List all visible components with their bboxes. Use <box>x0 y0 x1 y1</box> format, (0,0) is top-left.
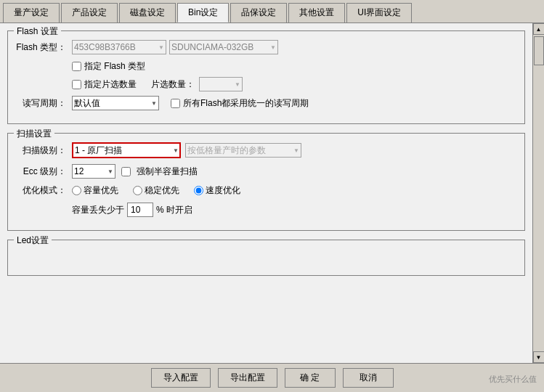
ecc-row-inner: 810121624 强制半容量扫描 <box>72 164 198 179</box>
scrollbar-up-button[interactable]: ▲ <box>533 23 545 35</box>
optimize-mode-row: 优化模式： 容量优先 稳定优先 速度优化 <box>15 184 517 197</box>
specify-flash-type-label: 指定 Flash 类型 <box>84 60 145 73</box>
specify-pieces-checkbox[interactable] <box>72 80 81 89</box>
tab-quality-settings[interactable]: 品保设定 <box>230 3 287 23</box>
ok-button[interactable]: 确 定 <box>285 368 336 388</box>
scan-level-row: 扫描级别： 1 - 原厂扫描2 - 快速扫描3 - 标准扫描4 - 完整扫描 按… <box>15 142 517 158</box>
force-half-checkbox[interactable] <box>121 167 131 176</box>
flash-type-row: Flash 类型： 453C98B3766B SDUNCIAMA-032GB <box>15 40 517 54</box>
ecc-value-wrapper: 810121624 <box>72 164 115 179</box>
read-cycle-label: 读写周期： <box>15 97 66 110</box>
capacity-loss-input[interactable] <box>127 203 153 217</box>
content-area: Flash 设置 Flash 类型： 453C98B3766B SDUNCIAM… <box>0 23 544 363</box>
force-half-label: 强制半容量扫描 <box>137 166 198 178</box>
capacity-loss-row: 容量丢失少于 % 时开启 <box>15 203 517 217</box>
read-cycle-wrapper: 默认值 <box>72 96 159 110</box>
scan-level-select[interactable]: 1 - 原厂扫描2 - 快速扫描3 - 标准扫描4 - 完整扫描 <box>72 142 181 158</box>
read-cycle-select[interactable]: 默认值 <box>72 96 159 110</box>
main-window: 量产设定 产品设定 磁盘设定 Bin设定 品保设定 其他设置 UI界面设定 Fl… <box>0 0 544 392</box>
specify-pieces-label: 指定片选数量 <box>84 78 137 91</box>
flash-id1-select[interactable]: 453C98B3766B <box>72 40 166 54</box>
flash-id1-wrapper: 453C98B3766B <box>72 40 166 54</box>
cancel-button[interactable]: 取消 <box>343 368 394 388</box>
specify-flash-type-row: 指定 Flash 类型 <box>72 60 517 73</box>
optimize-stable-item[interactable]: 稳定优先 <box>133 184 179 197</box>
pieces-count-label: 片选数量： <box>151 78 195 91</box>
flash-settings-group: Flash 设置 Flash 类型： 453C98B3766B SDUNCIAM… <box>7 30 525 124</box>
scan-settings-group: 扫描设置 扫描级别： 1 - 原厂扫描2 - 快速扫描3 - 标准扫描4 - 完… <box>7 133 525 231</box>
optimize-speed-item[interactable]: 速度优化 <box>194 184 240 197</box>
tab-other-settings[interactable]: 其他设置 <box>288 3 345 23</box>
scan-level-label: 扫描级别： <box>15 144 66 157</box>
tab-disk-settings[interactable]: 磁盘设定 <box>119 3 176 23</box>
scrollbar-thumb[interactable] <box>534 36 544 65</box>
optimize-capacity-radio[interactable] <box>72 186 81 195</box>
optimize-radio-group: 容量优先 稳定优先 速度优化 <box>72 184 240 197</box>
flash-id2-select[interactable]: SDUNCIAMA-032GB <box>169 40 278 54</box>
scan-settings-title: 扫描设置 <box>14 128 54 140</box>
main-content: Flash 设置 Flash 类型： 453C98B3766B SDUNCIAM… <box>0 23 532 363</box>
tab-ui-settings[interactable]: UI界面设定 <box>346 3 412 23</box>
tab-product-settings[interactable]: 产品设定 <box>61 3 118 23</box>
ecc-level-row: Ecc 级别： 810121624 强制半容量扫描 <box>15 164 517 179</box>
scrollbar-down-button[interactable]: ▼ <box>533 351 545 363</box>
tab-bin-settings[interactable]: Bin设定 <box>177 3 229 23</box>
optimize-capacity-label: 容量优先 <box>84 184 118 197</box>
watermark: 优先买什么值 <box>489 374 537 385</box>
flash-type-label: Flash 类型： <box>15 41 66 54</box>
capacity-loss-label: 容量丢失少于 <box>72 204 124 216</box>
read-cycle-row: 读写周期： 默认值 所有Flash都采用统一的读写周期 <box>15 96 517 110</box>
scan-param-select[interactable]: 按低格量产时的参数 <box>185 143 301 158</box>
export-button[interactable]: 导出配置 <box>218 368 277 388</box>
bottom-bar: 导入配置 导出配置 确 定 取消 优先买什么值 <box>0 363 544 392</box>
optimize-mode-label: 优化模式： <box>15 184 66 197</box>
led-settings-title: Led设置 <box>14 234 52 247</box>
pieces-count-wrapper <box>199 77 243 91</box>
scan-level-wrapper: 1 - 原厂扫描2 - 快速扫描3 - 标准扫描4 - 完整扫描 <box>72 142 181 158</box>
specify-pieces-row: 指定片选数量 片选数量： <box>72 77 517 91</box>
capacity-loss-suffix: % 时开启 <box>156 204 192 216</box>
ecc-level-label: Ecc 级别： <box>15 166 66 178</box>
tab-bar: 量产设定 产品设定 磁盘设定 Bin设定 品保设定 其他设置 UI界面设定 <box>0 0 544 23</box>
led-settings-group: Led设置 <box>7 240 525 276</box>
flash-settings-title: Flash 设置 <box>14 25 61 38</box>
unified-cycle-label: 所有Flash都采用统一的读写周期 <box>183 97 309 110</box>
scan-param-wrapper: 按低格量产时的参数 <box>185 143 301 158</box>
optimize-stable-radio[interactable] <box>133 186 142 195</box>
flash-type-dropdowns: 453C98B3766B SDUNCIAMA-032GB <box>72 40 278 54</box>
unified-cycle-checkbox[interactable] <box>171 99 180 108</box>
pieces-count-select[interactable] <box>199 77 243 91</box>
specify-flash-type-checkbox[interactable] <box>72 62 81 71</box>
optimize-speed-label: 速度优化 <box>206 184 240 197</box>
flash-id2-wrapper: SDUNCIAMA-032GB <box>169 40 278 54</box>
optimize-speed-radio[interactable] <box>194 186 203 195</box>
tab-mass-production[interactable]: 量产设定 <box>3 3 60 23</box>
optimize-capacity-item[interactable]: 容量优先 <box>72 184 118 197</box>
scrollbar-track: ▲ ▼ <box>532 23 544 363</box>
optimize-stable-label: 稳定优先 <box>145 184 179 197</box>
ecc-value-select[interactable]: 810121624 <box>72 164 115 179</box>
import-button[interactable]: 导入配置 <box>151 368 211 388</box>
